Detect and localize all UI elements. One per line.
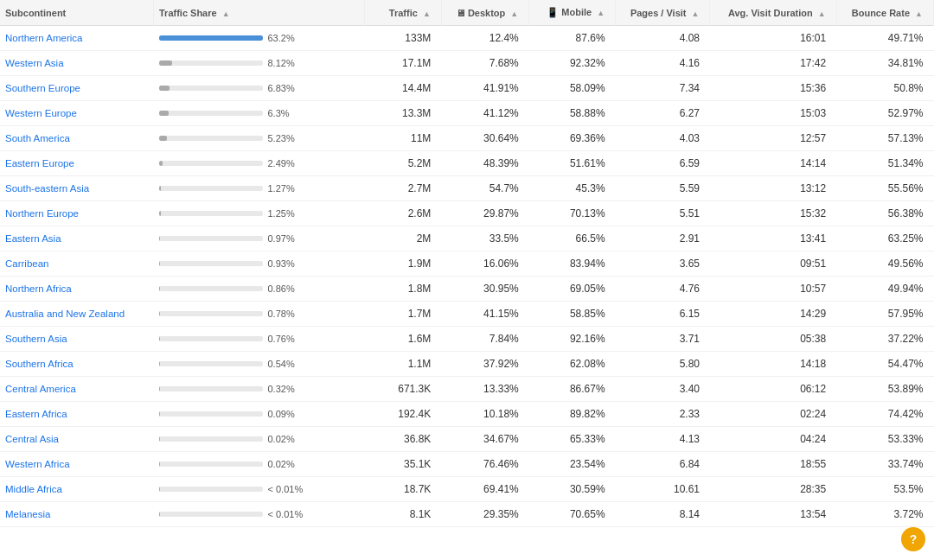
cell-pages-visit: 6.15 [616,302,710,327]
cell-subcontinent[interactable]: Northern Africa [0,277,154,302]
table-row: Middle Africa< 0.01%18.7K69.41%30.59%10.… [0,477,934,502]
cell-desktop: 12.4% [441,26,528,51]
cell-avg-visit-duration: 15:32 [710,201,836,226]
cell-subcontinent[interactable]: Northern Europe [0,201,154,226]
cell-subcontinent[interactable]: Melanesia [0,502,154,527]
cell-avg-visit-duration: 04:24 [710,427,836,452]
cell-subcontinent[interactable]: Southern Africa [0,352,154,377]
table-row: South America5.23%11M30.64%69.36%4.0312:… [0,126,934,151]
cell-subcontinent[interactable]: Western Asia [0,51,154,76]
cell-bounce-rate: 55.56% [836,176,933,201]
cell-bounce-rate: 57.95% [836,302,933,327]
cell-bounce-rate: 53.89% [836,377,933,402]
cell-avg-visit-duration: 14:29 [710,302,836,327]
cell-traffic-share: 0.86% [154,277,365,302]
cell-mobile: 69.36% [529,126,616,151]
cell-traffic: 1.8M [365,277,442,302]
table-row: Western Asia8.12%17.1M7.68%92.32%4.1617:… [0,51,934,76]
cell-subcontinent[interactable]: Middle Africa [0,477,154,502]
cell-bounce-rate: 53.5% [836,477,933,502]
cell-pages-visit: 5.80 [616,352,710,377]
table-row: Northern Europe1.25%2.6M29.87%70.13%5.51… [0,201,934,226]
cell-bounce-rate: 52.97% [836,101,933,126]
cell-traffic: 8.1K [365,502,442,527]
cell-subcontinent[interactable]: Eastern Europe [0,151,154,176]
cell-bounce-rate: 49.71% [836,26,933,51]
table-row: Melanesia< 0.01%8.1K29.35%70.65%8.1413:5… [0,502,934,527]
cell-subcontinent[interactable]: Central America [0,377,154,402]
cell-avg-visit-duration: 28:35 [710,477,836,502]
cell-mobile: 87.6% [529,26,616,51]
col-header-traffic-share[interactable]: Traffic Share ▲ [154,0,365,26]
cell-avg-visit-duration: 13:54 [710,502,836,527]
cell-desktop: 30.64% [441,126,528,151]
cell-desktop: 48.39% [441,151,528,176]
cell-mobile: 23.54% [529,452,616,477]
cell-mobile: 92.16% [529,327,616,352]
help-button[interactable]: ? [901,527,925,551]
cell-subcontinent[interactable]: Australia and New Zealand [0,302,154,327]
cell-subcontinent[interactable]: Southern Asia [0,327,154,352]
cell-subcontinent[interactable]: Carribean [0,251,154,277]
cell-pages-visit: 2.91 [616,226,710,251]
cell-traffic: 5.2M [365,151,442,176]
table-header-row: Subcontinent Traffic Share ▲ Traffic ▲ 🖥… [0,0,934,26]
cell-pages-visit: 4.08 [616,26,710,51]
cell-subcontinent[interactable]: South-eastern Asia [0,176,154,201]
col-header-desktop[interactable]: 🖥 Desktop ▲ [441,0,528,26]
cell-avg-visit-duration: 14:18 [710,352,836,377]
sort-icon: ▲ [818,10,826,18]
cell-avg-visit-duration: 10:57 [710,277,836,302]
cell-traffic-share: 0.02% [154,452,365,477]
cell-traffic-share: 0.93% [154,251,365,277]
cell-desktop: 29.87% [441,201,528,226]
cell-pages-visit: 4.03 [616,126,710,151]
col-header-traffic[interactable]: Traffic ▲ [365,0,442,26]
cell-avg-visit-duration: 02:24 [710,402,836,427]
cell-bounce-rate: 50.8% [836,76,933,101]
col-header-subcontinent[interactable]: Subcontinent [0,0,154,26]
cell-mobile: 86.67% [529,377,616,402]
cell-subcontinent[interactable]: Southern Europe [0,76,154,101]
cell-avg-visit-duration: 06:12 [710,377,836,402]
cell-avg-visit-duration: 18:55 [710,452,836,477]
col-header-bounce-rate[interactable]: Bounce Rate ▲ [836,0,933,26]
cell-subcontinent[interactable]: South America [0,126,154,151]
table-row: Eastern Africa0.09%192.4K10.18%89.82%2.3… [0,402,934,427]
cell-bounce-rate: 33.74% [836,452,933,477]
cell-traffic-share: 63.2% [154,26,365,51]
data-table-container[interactable]: Subcontinent Traffic Share ▲ Traffic ▲ 🖥… [0,0,934,560]
cell-traffic-share: 5.23% [154,126,365,151]
cell-avg-visit-duration: 15:36 [710,76,836,101]
cell-traffic-share: 8.12% [154,51,365,76]
cell-avg-visit-duration: 15:03 [710,101,836,126]
cell-bounce-rate: 34.81% [836,51,933,76]
col-header-mobile[interactable]: 📱 Mobile ▲ [529,0,616,26]
cell-subcontinent[interactable]: Eastern Africa [0,402,154,427]
sort-icon: ▲ [222,10,230,18]
cell-subcontinent[interactable]: Northern America [0,26,154,51]
sort-icon: ▲ [423,10,431,18]
col-header-pages-visit[interactable]: Pages / Visit ▲ [616,0,710,26]
table-row: Central Asia0.02%36.8K34.67%65.33%4.1304… [0,427,934,452]
cell-desktop: 41.12% [441,101,528,126]
cell-traffic-share: 6.3% [154,101,365,126]
cell-avg-visit-duration: 09:51 [710,251,836,277]
col-header-avg-visit[interactable]: Avg. Visit Duration ▲ [710,0,836,26]
cell-pages-visit: 6.84 [616,452,710,477]
cell-traffic: 192.4K [365,402,442,427]
cell-avg-visit-duration: 13:41 [710,226,836,251]
cell-bounce-rate: 74.42% [836,402,933,427]
cell-avg-visit-duration: 17:42 [710,51,836,76]
cell-subcontinent[interactable]: Eastern Asia [0,226,154,251]
cell-traffic: 11M [365,126,442,151]
cell-desktop: 7.84% [441,327,528,352]
cell-traffic: 1.6M [365,327,442,352]
table-row: Australia and New Zealand0.78%1.7M41.15%… [0,302,934,327]
cell-mobile: 89.82% [529,402,616,427]
table-row: Carribean0.93%1.9M16.06%83.94%3.6509:514… [0,251,934,277]
cell-subcontinent[interactable]: Central Asia [0,427,154,452]
cell-subcontinent[interactable]: Western Africa [0,452,154,477]
cell-subcontinent[interactable]: Western Europe [0,101,154,126]
cell-avg-visit-duration: 13:12 [710,176,836,201]
